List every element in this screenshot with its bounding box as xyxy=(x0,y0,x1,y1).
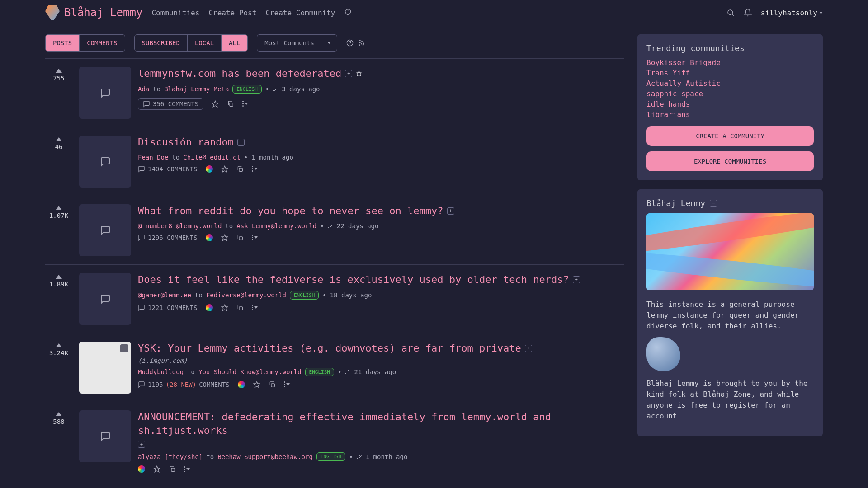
star-icon[interactable] xyxy=(153,465,160,473)
post-thumbnail[interactable] xyxy=(79,67,131,119)
svg-rect-6 xyxy=(230,103,233,106)
tab-posts[interactable]: POSTS xyxy=(46,35,80,51)
post-age: 3 days ago xyxy=(282,85,320,93)
tab-subscribed[interactable]: SUBSCRIBED xyxy=(135,35,188,51)
star-icon[interactable] xyxy=(221,234,228,241)
instance-desc-2: Blåhaj Lemmy is brought to you by the ki… xyxy=(646,378,814,422)
collapse-icon[interactable]: − xyxy=(710,200,717,207)
post-title[interactable]: Does it feel like the fediverse is exclu… xyxy=(138,273,569,286)
post-community[interactable]: Chile@feddit.cl xyxy=(183,154,240,161)
post-author[interactable]: @_number8_@lemmy.world xyxy=(138,222,222,230)
instance-card: Blåhaj Lemmy − This instance is a genera… xyxy=(637,189,823,436)
tab-local[interactable]: LOCAL xyxy=(188,35,222,51)
trending-link[interactable]: Actually Autistic xyxy=(646,79,814,88)
crosspost-icon[interactable] xyxy=(169,465,176,473)
star-icon[interactable] xyxy=(221,165,228,173)
crosspost-icon[interactable] xyxy=(269,381,276,388)
sort-select[interactable]: Most Comments xyxy=(257,34,337,52)
trending-link[interactable]: idle hands xyxy=(646,100,814,108)
fediverse-icon[interactable] xyxy=(206,304,213,311)
more-menu[interactable] xyxy=(284,381,290,387)
rss-icon[interactable] xyxy=(358,39,365,47)
post-row: 46 Discusión random + Fean Doe to Chile@… xyxy=(45,127,624,196)
vote-score: 1.89K xyxy=(49,281,68,288)
fediverse-icon[interactable] xyxy=(206,234,213,241)
post-author[interactable]: Fean Doe xyxy=(138,154,168,161)
fediverse-icon[interactable] xyxy=(138,465,145,473)
more-menu[interactable] xyxy=(184,466,190,472)
more-menu[interactable] xyxy=(252,305,258,310)
comment-count[interactable]: 1296 COMMENTS xyxy=(138,234,198,241)
trending-link[interactable]: sapphic space xyxy=(646,89,814,98)
post-title[interactable]: YSK: Your Lemmy activities (e.g. downvot… xyxy=(138,342,521,355)
expand-icon[interactable]: + xyxy=(345,70,352,77)
post-thumbnail[interactable] xyxy=(79,136,131,188)
svg-marker-11 xyxy=(222,305,227,310)
post-community[interactable]: You Should Know@lemmy.world xyxy=(198,368,302,375)
crosspost-icon[interactable] xyxy=(236,165,244,173)
upvote-button[interactable] xyxy=(56,206,62,210)
star-icon[interactable] xyxy=(212,100,219,108)
crosspost-icon[interactable] xyxy=(236,304,244,311)
post-age: 22 days ago xyxy=(337,222,379,230)
post-community[interactable]: Fediverse@lemmy.world xyxy=(206,291,286,299)
post-author[interactable]: Ada xyxy=(138,85,149,93)
upvote-button[interactable] xyxy=(56,137,62,141)
post-title[interactable]: ANNOUNCEMENT: defederating effective imm… xyxy=(138,410,624,437)
star-icon[interactable] xyxy=(253,381,260,388)
upvote-button[interactable] xyxy=(56,343,62,347)
tab-all[interactable]: ALL xyxy=(222,35,247,51)
star-icon[interactable] xyxy=(221,304,228,311)
post-community[interactable]: Beehaw Support@beehaw.org xyxy=(217,453,313,460)
crosspost-icon[interactable] xyxy=(236,234,244,241)
post-thumbnail[interactable] xyxy=(79,342,131,394)
comment-count[interactable]: 356 COMMENTS xyxy=(138,98,203,110)
expand-icon[interactable]: + xyxy=(525,345,532,352)
post-thumbnail[interactable] xyxy=(79,204,131,256)
donate-heart-icon[interactable] xyxy=(344,9,351,16)
expand-icon[interactable]: + xyxy=(573,276,580,283)
more-menu[interactable] xyxy=(252,166,258,172)
trending-link[interactable]: Boykisser Brigade xyxy=(646,58,814,67)
more-menu[interactable] xyxy=(252,235,258,240)
search-icon[interactable] xyxy=(726,9,735,17)
expand-icon[interactable]: + xyxy=(447,207,454,215)
post-source[interactable]: (i.imgur.com) xyxy=(138,357,624,364)
post-community[interactable]: Ask Lemmy@lemmy.world xyxy=(236,222,316,230)
post-author[interactable]: Muddybulldog xyxy=(138,368,184,375)
post-community[interactable]: Blahaj Lemmy Meta xyxy=(164,85,229,93)
comment-count[interactable]: 1195 (28 NEW) COMMENTS xyxy=(138,381,230,388)
crosspost-icon[interactable] xyxy=(227,100,234,108)
more-menu[interactable] xyxy=(242,101,248,107)
post-thumbnail[interactable] xyxy=(79,273,131,325)
upvote-button[interactable] xyxy=(56,275,62,279)
post-title[interactable]: What from reddit do you hope to never se… xyxy=(138,204,443,218)
help-icon[interactable] xyxy=(346,39,354,47)
tab-comments[interactable]: COMMENTS xyxy=(80,35,124,51)
nav-communities[interactable]: Communities xyxy=(151,9,199,17)
comment-count[interactable]: 1404 COMMENTS xyxy=(138,165,198,173)
brand[interactable]: Blåhaj Lemmy xyxy=(45,5,142,20)
create-community-button[interactable]: CREATE A COMMUNITY xyxy=(646,126,814,146)
trending-link[interactable]: Trans Yiff xyxy=(646,69,814,77)
bell-icon[interactable] xyxy=(744,9,752,17)
post-author[interactable]: @gamer@lemm.ee xyxy=(138,291,191,299)
svg-marker-7 xyxy=(222,166,227,172)
fediverse-icon[interactable] xyxy=(238,381,245,388)
comment-count[interactable]: 1221 COMMENTS xyxy=(138,304,198,311)
explore-communities-button[interactable]: EXPLORE COMMUNITIES xyxy=(646,151,814,171)
post-title[interactable]: Discusión random xyxy=(138,136,234,149)
post-thumbnail[interactable] xyxy=(79,410,131,462)
svg-line-1 xyxy=(732,14,734,16)
upvote-button[interactable] xyxy=(56,412,62,416)
fediverse-icon[interactable] xyxy=(206,165,213,173)
expand-icon[interactable]: + xyxy=(237,139,245,146)
expand-icon[interactable]: + xyxy=(138,441,145,448)
trending-link[interactable]: librarians xyxy=(646,110,814,119)
user-menu[interactable]: sillyhatsonly xyxy=(761,9,823,17)
post-title[interactable]: lemmynsfw.com has been defederated xyxy=(138,67,341,80)
upvote-button[interactable] xyxy=(56,69,62,73)
nav-create-post[interactable]: Create Post xyxy=(208,9,256,17)
post-author[interactable]: alyaza [they/she] xyxy=(138,453,203,460)
nav-create-community[interactable]: Create Community xyxy=(265,9,335,17)
